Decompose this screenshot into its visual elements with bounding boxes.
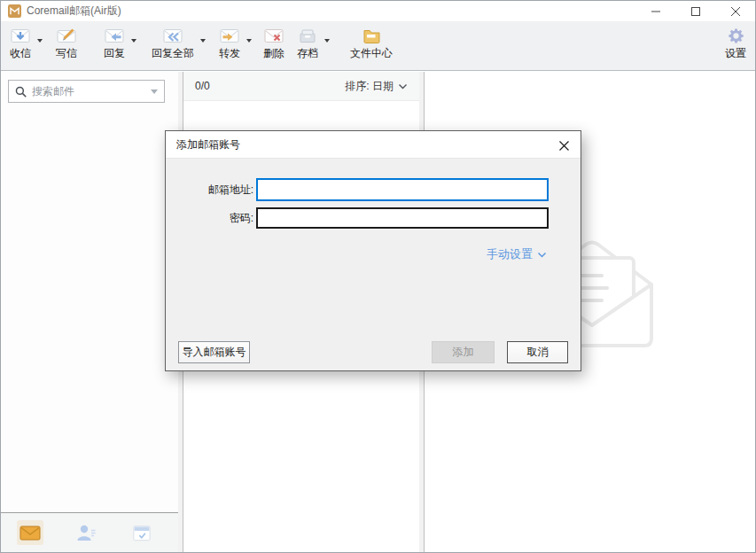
maximize-icon[interactable] — [675, 1, 715, 21]
toolbar-archive-dropdown[interactable] — [322, 29, 332, 52]
app-logo-icon — [8, 4, 21, 18]
toolbar-forward-label: 转发 — [219, 48, 240, 59]
toolbar-receive-button[interactable]: 收信 — [6, 27, 35, 59]
dialog-title: 添加邮箱账号 — [176, 137, 240, 152]
receive-mail-icon — [11, 27, 30, 44]
toolbar-reply-all-label: 回复全部 — [152, 48, 194, 59]
toolbar-file-center-label: 文件中心 — [350, 48, 393, 59]
chevron-down-icon — [246, 39, 252, 43]
forward-icon — [220, 27, 239, 44]
reply-icon — [105, 27, 124, 44]
nav-contacts-tab[interactable] — [73, 520, 99, 545]
search-box[interactable] — [8, 80, 165, 103]
toolbar-forward-button[interactable]: 转发 — [215, 27, 244, 59]
chevron-down-icon — [324, 39, 330, 43]
email-field-row: 邮箱地址: — [166, 178, 549, 201]
delete-icon — [264, 27, 284, 44]
toolbar-reply-label: 回复 — [104, 48, 125, 59]
import-account-button[interactable]: 导入邮箱账号 — [178, 341, 250, 363]
toolbar-delete-button[interactable]: 删除 — [260, 27, 288, 59]
email-label: 邮箱地址: — [166, 183, 256, 198]
folder-sidebar — [1, 72, 178, 552]
contacts-tab-icon — [75, 524, 97, 541]
search-dropdown-icon[interactable] — [151, 90, 158, 94]
mail-count: 0/0 — [195, 80, 210, 92]
dialog-titlebar: 添加邮箱账号 — [166, 131, 581, 159]
toolbar-settings-label: 设置 — [725, 48, 746, 59]
toolbar-receive-dropdown[interactable] — [35, 29, 45, 52]
dialog-close-icon[interactable] — [556, 138, 572, 152]
toolbar-reply-all-dropdown[interactable] — [198, 29, 208, 52]
toolbar-delete-label: 删除 — [263, 48, 284, 59]
toolbar-compose-label: 写信 — [56, 48, 77, 59]
mail-tab-icon — [19, 525, 41, 541]
window-title: Coremail邮箱(Air版) — [27, 4, 121, 19]
toolbar-settings-button[interactable]: 设置 — [720, 27, 752, 59]
toolbar-archive-label: 存档 — [297, 48, 318, 59]
archive-icon — [298, 27, 317, 44]
close-icon[interactable] — [715, 1, 755, 21]
toolbar-reply-dropdown[interactable] — [129, 29, 139, 52]
cancel-button[interactable]: 取消 — [507, 341, 568, 363]
toolbar-reply-all-button[interactable]: 回复全部 — [148, 27, 198, 59]
password-field-row: 密码: — [166, 207, 549, 229]
calendar-tab-icon — [132, 524, 152, 541]
sidebar-bottom-nav — [1, 512, 178, 552]
sort-label: 排序: 日期 — [345, 79, 394, 94]
chevron-down-icon — [537, 252, 547, 258]
password-input[interactable] — [256, 207, 549, 229]
search-icon — [15, 86, 27, 97]
dialog-body: 邮箱地址: 密码: 手动设置 导入邮箱账号 添加 取消 — [166, 159, 581, 370]
chevron-down-icon — [131, 39, 136, 43]
sort-control[interactable]: 排序: 日期 — [345, 79, 408, 94]
add-button[interactable]: 添加 — [432, 341, 495, 363]
reply-all-icon — [163, 27, 183, 44]
toolbar-forward-dropdown[interactable] — [244, 29, 254, 52]
nav-calendar-tab[interactable] — [129, 520, 155, 545]
toolbar-reply-button[interactable]: 回复 — [100, 27, 129, 59]
nav-mail-tab[interactable] — [17, 520, 43, 545]
toolbar-archive-button[interactable]: 存档 — [293, 27, 322, 59]
toolbar-file-center-button[interactable]: 文件中心 — [347, 27, 396, 59]
minimize-icon[interactable] — [635, 1, 675, 21]
window-controls — [635, 1, 755, 21]
chevron-down-icon — [398, 83, 408, 90]
chevron-down-icon — [200, 39, 206, 43]
manual-settings-label: 手动设置 — [487, 246, 533, 262]
mail-list-header: 0/0 排序: 日期 — [183, 72, 419, 101]
password-label: 密码: — [166, 211, 256, 226]
manual-settings-link[interactable]: 手动设置 — [487, 246, 547, 262]
search-input[interactable] — [32, 85, 145, 97]
add-account-dialog: 添加邮箱账号 邮箱地址: 密码: 手动设置 导入邮箱账号 — [165, 130, 581, 371]
toolbar: 收信 写信 回复 — [1, 21, 755, 71]
toolbar-compose-button[interactable]: 写信 — [52, 27, 81, 59]
file-center-icon — [362, 27, 381, 44]
gear-icon — [728, 27, 744, 44]
toolbar-receive-label: 收信 — [10, 48, 31, 59]
email-input[interactable] — [256, 178, 549, 201]
compose-icon — [57, 27, 76, 44]
app-window: Coremail邮箱(Air版) 收信 — [0, 0, 756, 553]
chevron-down-icon — [37, 39, 43, 43]
titlebar: Coremail邮箱(Air版) — [1, 1, 755, 21]
